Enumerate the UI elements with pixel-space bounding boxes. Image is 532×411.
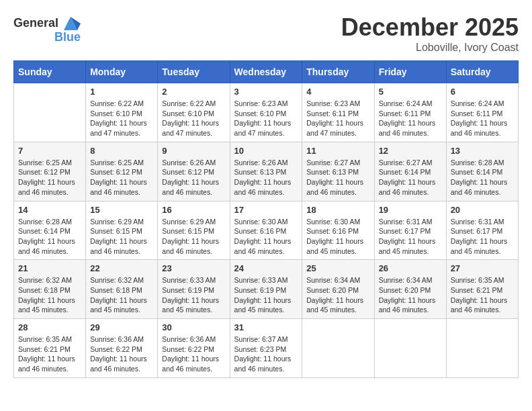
day-info: Sunrise: 6:33 AMSunset: 6:19 PMDaylight:… <box>234 275 298 315</box>
cell-week5-day5 <box>302 319 374 378</box>
day-info: Sunrise: 6:30 AMSunset: 6:16 PMDaylight:… <box>306 217 369 257</box>
cell-week1-day1 <box>14 83 86 142</box>
month-title: December 2025 <box>341 13 519 42</box>
cell-week2-day1: 7Sunrise: 6:25 AMSunset: 6:12 PMDaylight… <box>14 142 86 201</box>
day-info: Sunrise: 6:33 AMSunset: 6:19 PMDaylight:… <box>162 275 225 315</box>
cell-week2-day2: 8Sunrise: 6:25 AMSunset: 6:12 PMDaylight… <box>86 142 158 201</box>
day-info: Sunrise: 6:37 AMSunset: 6:23 PMDaylight:… <box>234 334 298 374</box>
day-number: 7 <box>18 146 81 156</box>
cell-week4-day3: 23Sunrise: 6:33 AMSunset: 6:19 PMDayligh… <box>158 260 230 319</box>
cell-week2-day7: 13Sunrise: 6:28 AMSunset: 6:14 PMDayligh… <box>446 142 518 201</box>
cell-week1-day4: 3Sunrise: 6:23 AMSunset: 6:10 PMDaylight… <box>230 83 302 142</box>
day-number: 30 <box>162 322 225 332</box>
cell-week2-day5: 11Sunrise: 6:27 AMSunset: 6:13 PMDayligh… <box>302 142 374 201</box>
day-info: Sunrise: 6:26 AMSunset: 6:12 PMDaylight:… <box>162 158 225 197</box>
cell-week5-day7 <box>446 319 518 378</box>
cell-week4-day7: 27Sunrise: 6:35 AMSunset: 6:21 PMDayligh… <box>446 260 518 319</box>
day-info: Sunrise: 6:35 AMSunset: 6:21 PMDaylight:… <box>451 275 514 315</box>
day-number: 17 <box>234 205 298 215</box>
week-row-4: 21Sunrise: 6:32 AMSunset: 6:18 PMDayligh… <box>14 260 519 319</box>
day-info: Sunrise: 6:27 AMSunset: 6:14 PMDaylight:… <box>379 158 442 197</box>
header-monday: Monday <box>86 61 158 83</box>
day-info: Sunrise: 6:29 AMSunset: 6:15 PMDaylight:… <box>90 217 153 257</box>
day-number: 26 <box>379 263 442 273</box>
day-info: Sunrise: 6:24 AMSunset: 6:11 PMDaylight:… <box>451 99 514 138</box>
cell-week5-day2: 29Sunrise: 6:36 AMSunset: 6:22 PMDayligh… <box>86 319 158 378</box>
day-info: Sunrise: 6:28 AMSunset: 6:14 PMDaylight:… <box>18 217 81 257</box>
cell-week1-day3: 2Sunrise: 6:22 AMSunset: 6:10 PMDaylight… <box>158 83 230 142</box>
cell-week4-day6: 26Sunrise: 6:34 AMSunset: 6:20 PMDayligh… <box>374 260 446 319</box>
cell-week3-day6: 19Sunrise: 6:31 AMSunset: 6:17 PMDayligh… <box>374 201 446 260</box>
day-info: Sunrise: 6:36 AMSunset: 6:22 PMDaylight:… <box>90 334 153 374</box>
location: Loboville, Ivory Coast <box>341 42 519 54</box>
day-info: Sunrise: 6:29 AMSunset: 6:15 PMDaylight:… <box>162 217 225 257</box>
day-number: 3 <box>234 87 298 97</box>
day-info: Sunrise: 6:35 AMSunset: 6:21 PMDaylight:… <box>18 334 81 374</box>
day-info: Sunrise: 6:25 AMSunset: 6:12 PMDaylight:… <box>18 158 81 197</box>
cell-week1-day6: 5Sunrise: 6:24 AMSunset: 6:11 PMDaylight… <box>374 83 446 142</box>
day-number: 9 <box>162 146 225 156</box>
day-number: 10 <box>234 146 298 156</box>
cell-week3-day4: 17Sunrise: 6:30 AMSunset: 6:16 PMDayligh… <box>230 201 302 260</box>
week-row-5: 28Sunrise: 6:35 AMSunset: 6:21 PMDayligh… <box>14 319 519 378</box>
day-number: 29 <box>90 322 153 332</box>
day-number: 14 <box>18 205 81 215</box>
day-info: Sunrise: 6:31 AMSunset: 6:17 PMDaylight:… <box>379 217 442 257</box>
day-info: Sunrise: 6:25 AMSunset: 6:12 PMDaylight:… <box>90 158 153 197</box>
day-number: 11 <box>306 146 369 156</box>
day-info: Sunrise: 6:26 AMSunset: 6:13 PMDaylight:… <box>234 158 298 197</box>
cell-week4-day2: 22Sunrise: 6:32 AMSunset: 6:18 PMDayligh… <box>86 260 158 319</box>
day-number: 27 <box>451 263 514 273</box>
day-info: Sunrise: 6:24 AMSunset: 6:11 PMDaylight:… <box>379 99 442 138</box>
cell-week3-day7: 20Sunrise: 6:31 AMSunset: 6:17 PMDayligh… <box>446 201 518 260</box>
cell-week1-day7: 6Sunrise: 6:24 AMSunset: 6:11 PMDaylight… <box>446 83 518 142</box>
day-info: Sunrise: 6:23 AMSunset: 6:11 PMDaylight:… <box>306 99 369 138</box>
day-number: 6 <box>451 87 514 97</box>
header-sunday: Sunday <box>14 61 86 83</box>
day-number: 18 <box>306 205 369 215</box>
cell-week1-day5: 4Sunrise: 6:23 AMSunset: 6:11 PMDaylight… <box>302 83 374 142</box>
cell-week4-day4: 24Sunrise: 6:33 AMSunset: 6:19 PMDayligh… <box>230 260 302 319</box>
cell-week2-day3: 9Sunrise: 6:26 AMSunset: 6:12 PMDaylight… <box>158 142 230 201</box>
cell-week4-day5: 25Sunrise: 6:34 AMSunset: 6:20 PMDayligh… <box>302 260 374 319</box>
cell-week5-day6 <box>374 319 446 378</box>
week-row-2: 7Sunrise: 6:25 AMSunset: 6:12 PMDaylight… <box>14 142 519 201</box>
day-info: Sunrise: 6:30 AMSunset: 6:16 PMDaylight:… <box>234 217 298 257</box>
day-number: 12 <box>379 146 442 156</box>
logo-general: General <box>13 17 58 30</box>
page-header: General Blue December 2025 Loboville, Iv… <box>13 13 519 54</box>
day-number: 21 <box>18 263 81 273</box>
day-info: Sunrise: 6:22 AMSunset: 6:10 PMDaylight:… <box>90 99 153 138</box>
day-info: Sunrise: 6:32 AMSunset: 6:18 PMDaylight:… <box>90 275 153 315</box>
week-row-3: 14Sunrise: 6:28 AMSunset: 6:14 PMDayligh… <box>14 201 519 260</box>
day-number: 20 <box>451 205 514 215</box>
day-number: 31 <box>234 322 298 332</box>
day-info: Sunrise: 6:34 AMSunset: 6:20 PMDaylight:… <box>306 275 369 315</box>
day-number: 25 <box>306 263 369 273</box>
title-section: December 2025 Loboville, Ivory Coast <box>341 13 519 54</box>
calendar-table: SundayMondayTuesdayWednesdayThursdayFrid… <box>13 60 519 378</box>
header-friday: Friday <box>374 61 446 83</box>
cell-week2-day4: 10Sunrise: 6:26 AMSunset: 6:13 PMDayligh… <box>230 142 302 201</box>
header-tuesday: Tuesday <box>158 61 230 83</box>
day-number: 13 <box>451 146 514 156</box>
cell-week3-day2: 15Sunrise: 6:29 AMSunset: 6:15 PMDayligh… <box>86 201 158 260</box>
day-info: Sunrise: 6:23 AMSunset: 6:10 PMDaylight:… <box>234 99 298 138</box>
day-info: Sunrise: 6:31 AMSunset: 6:17 PMDaylight:… <box>451 217 514 257</box>
cell-week3-day3: 16Sunrise: 6:29 AMSunset: 6:15 PMDayligh… <box>158 201 230 260</box>
day-number: 24 <box>234 263 298 273</box>
header-wednesday: Wednesday <box>230 61 302 83</box>
header-saturday: Saturday <box>446 61 518 83</box>
day-info: Sunrise: 6:36 AMSunset: 6:22 PMDaylight:… <box>162 334 225 374</box>
day-number: 28 <box>18 322 81 332</box>
day-info: Sunrise: 6:34 AMSunset: 6:20 PMDaylight:… <box>379 275 442 315</box>
cell-week5-day4: 31Sunrise: 6:37 AMSunset: 6:23 PMDayligh… <box>230 319 302 378</box>
day-number: 15 <box>90 205 153 215</box>
header-thursday: Thursday <box>302 61 374 83</box>
cell-week3-day5: 18Sunrise: 6:30 AMSunset: 6:16 PMDayligh… <box>302 201 374 260</box>
day-info: Sunrise: 6:27 AMSunset: 6:13 PMDaylight:… <box>306 158 369 197</box>
day-number: 4 <box>306 87 369 97</box>
day-number: 23 <box>162 263 225 273</box>
logo: General Blue <box>13 13 81 44</box>
cell-week3-day1: 14Sunrise: 6:28 AMSunset: 6:14 PMDayligh… <box>14 201 86 260</box>
